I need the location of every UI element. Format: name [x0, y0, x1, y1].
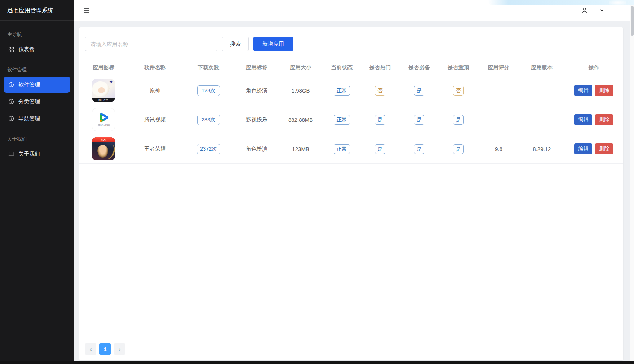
- search-button[interactable]: 搜索: [222, 37, 249, 51]
- app-icon-caption: 5v5: [92, 137, 115, 142]
- pinned-badge: 否: [453, 86, 464, 96]
- pinned-badge: 是: [453, 115, 464, 125]
- col-header-status: 当前状态: [323, 64, 360, 71]
- status-cell: 正常: [323, 115, 360, 125]
- table-row: 腾讯视频 腾讯视频 233次 影视娱乐 882.88MB 正常 是 是 是: [79, 105, 623, 134]
- sidebar-item-label: 导航管理: [18, 115, 40, 122]
- pinned-badge: 是: [453, 144, 464, 154]
- status-badge: 正常: [334, 115, 350, 125]
- app-name: 原神: [128, 87, 182, 94]
- app-icon-caption: miHoYo: [92, 98, 115, 102]
- dashboard-grid-icon: [8, 46, 14, 53]
- pagination-prev-button[interactable]: ‹: [85, 343, 96, 355]
- tencent-video-app-icon: 腾讯视频: [92, 108, 115, 131]
- app-icon-cell: ✦ miHoYo: [79, 79, 128, 102]
- table-header-row: 应用图标 软件名称 下载次数 应用标签 应用大小 当前状态 是否热门 是否必备 …: [79, 59, 623, 76]
- vertical-scrollbar[interactable]: ▲ ▼: [630, 0, 634, 364]
- col-header-tag: 应用标签: [235, 64, 279, 71]
- sidebar: 迅七应用管理系统 主导航 仪表盘 软件管理 软件管理 分类管理: [0, 0, 74, 364]
- status-cell: 正常: [323, 86, 360, 96]
- downloads-badge: 2372次: [197, 144, 220, 154]
- content-area: 搜索 新增应用 应用图标 软件名称 下载次数 应用标签 应用大小 当前状态 是否…: [74, 21, 630, 364]
- monitor-icon: [8, 151, 14, 157]
- main-area: 搜索 新增应用 应用图标 软件名称 下载次数 应用标签 应用大小 当前状态 是否…: [74, 0, 630, 364]
- col-header-size: 应用大小: [278, 64, 323, 71]
- col-header-required: 是否必备: [400, 64, 439, 71]
- nav-section-label-about: 关于我们: [0, 136, 74, 142]
- hot-badge: 是: [375, 115, 385, 125]
- sidebar-item-dashboard[interactable]: 仪表盘: [4, 41, 70, 57]
- hot-cell: 是: [360, 144, 400, 154]
- app-window: 迅七应用管理系统 主导航 仪表盘 软件管理 软件管理 分类管理: [0, 0, 634, 364]
- chevron-right-icon: ›: [119, 346, 121, 353]
- info-circle-icon: [8, 98, 14, 105]
- app-icon-cell: 腾讯视频: [79, 108, 128, 131]
- software-management-panel: 搜索 新增应用 应用图标 软件名称 下载次数 应用标签 应用大小 当前状态 是否…: [79, 27, 623, 360]
- pinned-cell: 否: [439, 86, 478, 96]
- sidebar-item-label: 关于我们: [18, 151, 40, 157]
- star-icon: ✦: [109, 79, 113, 85]
- table-row: ✦ miHoYo 原神 123次 角色扮演 1.98GB 正常 否 是 否: [79, 76, 623, 105]
- col-header-app-icon: 应用图标: [79, 64, 128, 71]
- sidebar-item-software-management[interactable]: 软件管理: [4, 77, 70, 93]
- chevron-left-icon: ‹: [90, 346, 92, 353]
- edit-button[interactable]: 编辑: [574, 85, 592, 96]
- required-badge: 是: [414, 86, 425, 96]
- pagination-page-1-button[interactable]: 1: [99, 343, 111, 355]
- col-header-rating: 应用评分: [478, 64, 519, 71]
- col-header-pinned: 是否置顶: [439, 64, 478, 71]
- app-size: 123MB: [278, 146, 323, 152]
- downloads-badge: 233次: [197, 115, 220, 125]
- app-icon-caption: 腾讯视频: [97, 123, 110, 128]
- add-app-button[interactable]: 新增应用: [253, 37, 293, 51]
- table-row: 5v5 王者荣耀 2372次 角色扮演 123MB 正常 是 是 是 9.6 8…: [79, 134, 623, 164]
- notification-blob: [609, 0, 626, 5]
- col-header-hot: 是否热门: [360, 64, 400, 71]
- hamburger-menu-icon[interactable]: [81, 5, 92, 16]
- app-version: 8.29.12: [519, 146, 564, 152]
- required-cell: 是: [400, 86, 439, 96]
- col-header-actions: 操作: [564, 64, 623, 71]
- edit-button[interactable]: 编辑: [574, 143, 592, 154]
- delete-button[interactable]: 删除: [595, 85, 613, 96]
- nav-section-label-main: 主导航: [0, 31, 74, 38]
- pagination: ‹ 1 ›: [79, 339, 623, 360]
- edit-button[interactable]: 编辑: [574, 114, 592, 125]
- app-tag: 影视娱乐: [235, 116, 279, 123]
- sidebar-item-navigation-management[interactable]: 导航管理: [4, 111, 70, 126]
- required-badge: 是: [414, 115, 425, 125]
- delete-button[interactable]: 删除: [595, 114, 613, 125]
- app-tag: 角色扮演: [235, 87, 279, 94]
- scrollbar-thumb[interactable]: [631, 6, 634, 36]
- pinned-cell: 是: [439, 144, 478, 154]
- actions-cell: 编辑 删除: [564, 85, 623, 96]
- app-title: 迅七应用管理系统: [0, 0, 74, 21]
- hot-cell: 否: [360, 86, 400, 96]
- chevron-down-icon[interactable]: [597, 5, 607, 16]
- status-badge: 正常: [334, 144, 350, 154]
- pagination-next-button[interactable]: ›: [114, 343, 125, 355]
- app-size: 882.88MB: [278, 117, 323, 123]
- hot-badge: 否: [375, 86, 385, 96]
- delete-button[interactable]: 删除: [595, 143, 613, 154]
- downloads-cell: 123次: [182, 85, 235, 96]
- user-icon[interactable]: [579, 5, 590, 16]
- app-name: 王者荣耀: [128, 146, 182, 152]
- play-triangle-icon: [97, 112, 110, 123]
- apps-table: 应用图标 软件名称 下载次数 应用标签 应用大小 当前状态 是否热门 是否必备 …: [79, 59, 623, 339]
- bottom-window-strip: [0, 361, 634, 364]
- genshin-app-icon: ✦ miHoYo: [92, 79, 115, 102]
- required-cell: 是: [400, 115, 439, 125]
- info-circle-icon: [8, 81, 14, 88]
- hot-cell: 是: [360, 115, 400, 125]
- sidebar-nav: 主导航 仪表盘 软件管理 软件管理 分类管理: [0, 21, 74, 163]
- actions-cell: 编辑 删除: [564, 114, 623, 125]
- sidebar-item-category-management[interactable]: 分类管理: [4, 94, 70, 110]
- col-header-downloads: 下载次数: [182, 64, 235, 71]
- info-circle-icon: [8, 115, 14, 122]
- sidebar-item-about-us[interactable]: 关于我们: [4, 146, 70, 162]
- downloads-badge: 123次: [197, 85, 220, 96]
- notification-overlay: [488, 0, 634, 5]
- sidebar-item-label: 分类管理: [18, 98, 40, 105]
- search-input[interactable]: [85, 37, 217, 51]
